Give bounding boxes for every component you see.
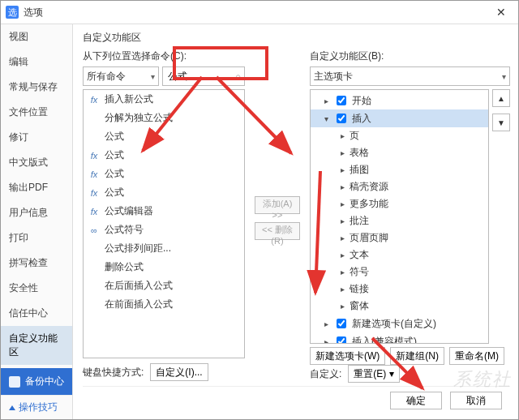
tree-checkbox[interactable] <box>337 319 346 328</box>
commands-search[interactable]: ⌕ <box>162 66 245 86</box>
command-icon <box>88 113 100 124</box>
chevron-down-icon: ▾ <box>389 368 394 379</box>
tree-node[interactable]: ▸符号 <box>311 264 488 281</box>
command-item[interactable]: ∞公式符号 <box>84 221 244 239</box>
command-icon: fx <box>88 169 100 180</box>
move-down-button[interactable]: ▼ <box>492 114 510 131</box>
close-icon[interactable]: ✕ <box>489 6 513 19</box>
command-item[interactable]: 分解为独立公式 <box>84 109 244 127</box>
chevron-down-icon: ▾ <box>151 72 155 81</box>
command-icon: fx <box>88 187 100 199</box>
kb-customize-button[interactable]: 自定义(I)... <box>150 363 208 381</box>
tree-node[interactable]: ▸插图 <box>311 161 488 178</box>
commands-list[interactable]: fx插入新公式分解为独立公式公式fx公式fx公式fx公式fx公式编辑器∞公式符号… <box>83 89 245 358</box>
tree-node[interactable]: ▸页眉页脚 <box>311 229 488 246</box>
tree-checkbox[interactable] <box>337 114 346 123</box>
commands-category-combo[interactable]: 所有命令 ▾ <box>83 66 159 86</box>
command-item[interactable]: 公式排列间距... <box>84 239 244 258</box>
cancel-button[interactable]: 取消 <box>450 392 502 409</box>
tree-node[interactable]: ▸更多功能 <box>311 195 488 212</box>
remove-command-button[interactable]: << 删除(R) <box>255 222 300 240</box>
expand-icon: ▸ <box>322 319 330 328</box>
sidebar-item[interactable]: 修订 <box>1 125 72 150</box>
expand-icon: ▸ <box>322 96 330 105</box>
tree-node[interactable]: ▸文本 <box>311 246 488 264</box>
window-title: 选项 <box>24 6 489 19</box>
expand-icon: ▸ <box>338 302 346 311</box>
command-label: 公式 <box>105 167 124 181</box>
command-item[interactable]: 在后面插入公式 <box>84 276 244 295</box>
sidebar-item[interactable]: 信任中心 <box>1 301 72 326</box>
tree-label: 符号 <box>350 265 369 279</box>
ribbon-scope-value: 主选项卡 <box>314 70 353 84</box>
command-item[interactable]: fx公式 <box>84 146 244 165</box>
expand-icon: ▸ <box>338 131 346 140</box>
sidebar-item[interactable]: 中文版式 <box>1 150 72 175</box>
ribbon-tree[interactable]: ▸开始▾插入▸页▸表格▸插图▸稿壳资源▸更多功能▸批注▸页眉页脚▸文本▸符号▸链… <box>310 89 489 344</box>
command-item[interactable]: fx插入新公式 <box>84 90 244 109</box>
commands-search-input[interactable] <box>166 70 221 83</box>
tree-node[interactable]: ▸链接 <box>311 281 488 298</box>
expand-icon: ▸ <box>338 285 346 294</box>
command-label: 插入新公式 <box>105 92 153 106</box>
sidebar-item[interactable]: 拼写检查 <box>1 251 72 276</box>
ribbon-scope-combo[interactable]: 主选项卡 ▾ <box>310 66 510 86</box>
command-item[interactable]: 公式 <box>84 127 244 146</box>
tips-icon <box>9 405 15 410</box>
command-label: 公式 <box>105 130 124 144</box>
sidebar-item[interactable]: 安全性 <box>1 276 72 301</box>
tree-label: 文本 <box>350 248 369 262</box>
tips-link[interactable]: 操作技巧 <box>1 395 72 419</box>
move-up-button[interactable]: ▲ <box>492 89 510 107</box>
command-icon <box>88 262 100 273</box>
tree-node[interactable]: ▸页 <box>311 127 488 144</box>
tree-node[interactable]: ▸新建选项卡(自定义) <box>311 315 488 332</box>
command-item[interactable]: fx公式 <box>84 183 244 202</box>
tree-node[interactable]: ▸插入(兼容模式) <box>311 332 488 344</box>
search-icon: ⌕ <box>235 71 241 82</box>
sidebar-item[interactable]: 常规与保存 <box>1 75 72 100</box>
command-label: 在前面插入公式 <box>105 298 173 311</box>
backup-center-button[interactable]: 备份中心 <box>1 368 72 395</box>
customize-ribbon-label: 自定义功能区(B): <box>310 49 510 63</box>
expand-icon: ▸ <box>338 216 346 225</box>
tree-label: 窗体 <box>350 299 369 313</box>
tree-node[interactable]: ▸稿壳资源 <box>311 178 488 195</box>
tree-node[interactable]: ▸窗体 <box>311 298 488 315</box>
command-icon <box>88 131 100 143</box>
tree-node[interactable]: ▸批注 <box>311 212 488 229</box>
backup-icon <box>9 376 20 388</box>
command-label: 公式 <box>105 186 124 199</box>
command-icon <box>88 281 100 292</box>
tree-node[interactable]: ▸表格 <box>311 144 488 161</box>
sidebar-item[interactable]: 打印 <box>1 225 72 251</box>
sidebar-item[interactable]: 自定义功能区 <box>1 326 72 365</box>
ok-button[interactable]: 确定 <box>390 392 442 409</box>
new-group-button[interactable]: 新建组(N) <box>390 347 444 365</box>
tree-label: 批注 <box>350 214 369 228</box>
tree-label: 插入(兼容模式) <box>352 335 417 345</box>
tree-checkbox[interactable] <box>337 336 346 344</box>
command-item[interactable]: fx公式 <box>84 165 244 183</box>
command-item[interactable]: fx公式编辑器 <box>84 202 244 221</box>
command-icon: fx <box>88 94 100 105</box>
sidebar-item[interactable]: 视图 <box>1 24 72 49</box>
rename-button[interactable]: 重命名(M) <box>449 347 504 365</box>
tree-checkbox[interactable] <box>337 96 346 105</box>
command-icon: ∞ <box>88 225 100 236</box>
command-label: 公式排列间距... <box>105 242 171 255</box>
command-item[interactable]: 在前面插入公式 <box>84 295 244 314</box>
sidebar-item[interactable]: 文件位置 <box>1 100 72 125</box>
reset-button[interactable]: 重置(E) ▾ <box>348 365 399 383</box>
add-command-button[interactable]: 添加(A) >> <box>255 196 300 214</box>
tree-node[interactable]: ▸开始 <box>311 92 488 109</box>
new-tab-button[interactable]: 新建选项卡(W) <box>310 347 385 365</box>
sidebar-item[interactable]: 编辑 <box>1 49 72 75</box>
sidebar-item[interactable]: 用户信息 <box>1 200 72 225</box>
expand-icon: ▸ <box>322 337 330 345</box>
command-label: 删除公式 <box>105 260 144 274</box>
command-item[interactable]: 删除公式 <box>84 258 244 276</box>
tree-node[interactable]: ▾插入 <box>311 109 488 127</box>
command-icon <box>88 243 100 255</box>
sidebar-item[interactable]: 输出PDF <box>1 175 72 200</box>
